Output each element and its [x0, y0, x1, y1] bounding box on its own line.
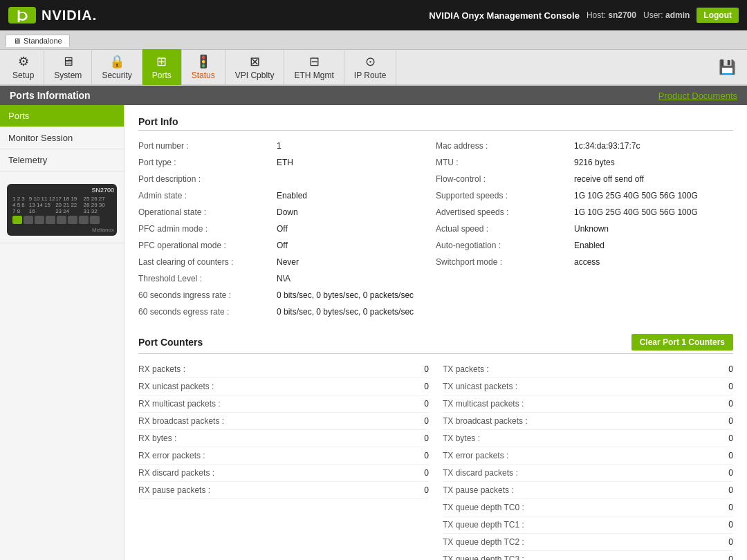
nav-eth[interactable]: ⊟ ETH Mgmt [284, 49, 344, 85]
sidebar-item-ports[interactable]: Ports [0, 105, 124, 127]
tx-queue-tc0-label: TX queue depth TC0 : [443, 501, 692, 514]
flow-ctrl-label: Flow-control : [436, 173, 574, 185]
port-counters-section: Port Counters Clear Port 1 Counters RX p… [138, 334, 733, 560]
port-type-row: Port type : ETH [138, 154, 436, 171]
nav-vpi[interactable]: ⊠ VPI Cpblty [225, 49, 285, 85]
rx-bytes-label: RX bytes : [138, 432, 387, 445]
supported-speeds-value: 1G 10G 25G 40G 50G 56G 100G [574, 189, 698, 202]
product-docs-link[interactable]: Product Documents [658, 91, 737, 101]
pfc-oper-value: Off [277, 239, 288, 252]
rx-error-value: 0 [387, 449, 429, 462]
ingress-rate-row: 60 seconds ingress rate : 0 bits/sec, 0 … [138, 287, 436, 304]
nav-vpi-label: VPI Cpblty [235, 71, 275, 80]
nav-status[interactable]: 🚦 Status [182, 49, 225, 85]
page-title: Ports Information [10, 90, 91, 101]
rx-broadcast-label: RX broadcast packets : [138, 415, 387, 427]
top-bar: NVIDIA. NVIDIA Onyx Management Console H… [0, 0, 747, 30]
status-icon: 🚦 [196, 54, 211, 69]
console-title: NVIDIA Onyx Management Console [429, 10, 580, 21]
rx-error-row: RX error packets : 0 [138, 447, 429, 465]
rx-packets-row: RX packets : 0 [138, 361, 429, 378]
port-info-grid: Port number : 1 Port type : ETH Port des… [138, 138, 733, 320]
port-info-left: Port number : 1 Port type : ETH Port des… [138, 138, 436, 320]
sidebar-monitor-label: Monitor Session [8, 133, 73, 143]
actual-speed-value: Unknown [574, 223, 609, 235]
rx-error-label: RX error packets : [138, 449, 387, 462]
rx-broadcast-value: 0 [387, 415, 429, 427]
nav-ip[interactable]: ⊙ IP Route [344, 49, 396, 85]
ip-icon: ⊙ [365, 54, 376, 69]
nav-security[interactable]: 🔒 Security [92, 49, 142, 85]
autoneg-row: Auto-negotiation : Enabled [436, 237, 733, 254]
tx-unicast-label: TX unicast packets : [443, 380, 692, 393]
rx-discard-value: 0 [387, 467, 429, 479]
port-info-right: Mac address : 1c:34:da:93:17:7c MTU : 92… [436, 138, 733, 320]
nav-ports[interactable]: ⊞ Ports [142, 49, 182, 85]
nav-setup[interactable]: ⚙ Setup [3, 49, 44, 85]
nav-status-label: Status [192, 71, 215, 80]
nav-security-label: Security [102, 71, 131, 80]
rx-pause-label: RX pause packets : [138, 484, 387, 496]
standalone-tab[interactable]: 🖥 Standalone [6, 35, 70, 47]
sidebar-item-monitor-session[interactable]: Monitor Session [0, 127, 124, 149]
tx-pause-label: TX pause packets : [443, 484, 692, 496]
tx-packets-label: TX packets : [443, 363, 692, 375]
sidebar-item-telemetry[interactable]: Telemetry [0, 149, 124, 171]
switchport-value: access [574, 256, 600, 268]
tx-error-row: TX error packets : 0 [443, 447, 733, 465]
eth-icon: ⊟ [309, 54, 320, 69]
autoneg-value: Enabled [574, 239, 605, 252]
nav-system[interactable]: 🖥 System [44, 49, 92, 85]
mac-addr-label: Mac address : [436, 140, 574, 152]
tx-queue-tc3-row: TX queue depth TC3 : 0 [443, 551, 733, 560]
oper-state-value: Down [277, 206, 298, 218]
tx-queue-tc1-row: TX queue depth TC1 : 0 [443, 516, 733, 534]
top-right: NVIDIA Onyx Management Console Host: sn2… [429, 8, 739, 23]
pfc-oper-row: PFC operational mode : Off [138, 237, 436, 254]
flow-ctrl-row: Flow-control : receive off send off [436, 171, 733, 187]
switch-brand-label: Mellanox [92, 227, 114, 233]
oper-state-row: Operational state : Down [138, 204, 436, 221]
clear-counters-button[interactable]: Clear Port 1 Counters [631, 334, 733, 351]
logo-area: NVIDIA. [8, 7, 97, 24]
port-number-value: 1 [277, 140, 282, 152]
rx-unicast-label: RX unicast packets : [138, 380, 387, 393]
tx-queue-tc2-value: 0 [692, 536, 733, 548]
oper-state-label: Operational state : [138, 206, 277, 218]
admin-state-value: Enabled [277, 189, 307, 202]
vpi-icon: ⊠ [250, 54, 260, 69]
port-info-header: Port Info [138, 116, 733, 131]
pfc-admin-row: PFC admin mode : Off [138, 221, 436, 237]
switch-model-label: SN2700 [91, 187, 114, 194]
mtu-label: MTU : [436, 156, 574, 169]
threshold-label: Threshold Level : [138, 272, 277, 285]
pfc-admin-label: PFC admin mode : [138, 223, 277, 235]
counters-grid: RX packets : 0 RX unicast packets : 0 RX… [138, 361, 733, 560]
tx-queue-tc1-value: 0 [692, 519, 733, 531]
tx-discard-value: 0 [692, 467, 733, 479]
last-clear-value: Never [277, 256, 299, 268]
user-label: User: [643, 10, 663, 20]
advertised-speeds-label: Advertised speeds : [436, 206, 574, 218]
port-desc-label: Port description : [138, 173, 277, 185]
nav-system-label: System [54, 71, 82, 80]
port-info-section: Port Info Port number : 1 Port type : ET… [138, 116, 733, 320]
save-button[interactable]: 💾 [710, 55, 744, 80]
rx-unicast-value: 0 [387, 380, 429, 393]
user-value: admin [665, 10, 690, 20]
advertised-speeds-value: 1G 10G 25G 40G 50G 56G 100G [574, 206, 698, 218]
counters-right: TX packets : 0 TX unicast packets : 0 TX… [443, 361, 733, 560]
threshold-value: N\A [277, 272, 290, 285]
tx-multicast-row: TX multicast packets : 0 [443, 395, 733, 413]
pfc-admin-value: Off [277, 223, 288, 235]
sidebar-telemetry-label: Telemetry [8, 155, 47, 165]
tx-multicast-value: 0 [692, 398, 733, 410]
egress-rate-label: 60 seconds egress rate : [138, 306, 277, 318]
switch-image-area: 1 2 3 4 5 6 7 8 9 10 11 12 13 14 15 16 1… [0, 177, 124, 243]
setup-icon: ⚙ [18, 54, 29, 69]
counters-header: Port Counters Clear Port 1 Counters [138, 334, 733, 354]
rx-pause-value: 0 [387, 484, 429, 496]
sidebar: Ports Monitor Session Telemetry 1 2 3 4 … [0, 105, 124, 560]
logout-button[interactable]: Logout [697, 8, 739, 23]
counters-left: RX packets : 0 RX unicast packets : 0 RX… [138, 361, 429, 560]
